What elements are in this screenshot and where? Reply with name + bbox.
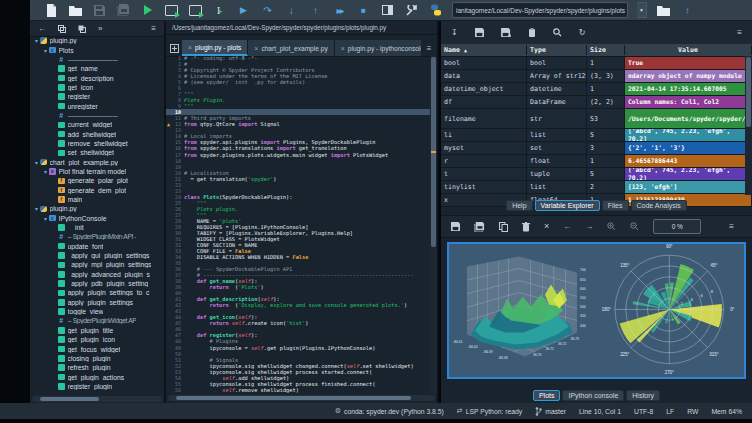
outline-item[interactable]: get_name: [30, 64, 164, 73]
tools-button[interactable]: [404, 3, 419, 18]
remove-all-plots-button[interactable]: ×: [544, 222, 549, 231]
run-cell-advance-button[interactable]: [188, 3, 203, 18]
search-button[interactable]: [553, 28, 562, 37]
editor-vscrollbar[interactable]: [430, 55, 437, 394]
outline-item[interactable]: ▾plugin.py: [30, 36, 164, 45]
outline-item[interactable]: get_focus_widget: [30, 344, 164, 353]
outline-item[interactable]: ▾xPlot final terrain model: [30, 167, 164, 176]
step-into-button[interactable]: ↓: [284, 3, 299, 18]
table-row[interactable]: ttuple5('abcd', 745, 2.23, 'efgh', 70.2): [441, 168, 752, 181]
outline-item[interactable]: update_font: [30, 242, 164, 251]
pane-tab[interactable]: Help: [506, 200, 532, 211]
pane-tab[interactable]: IPython console: [562, 390, 624, 401]
browse-directory-button[interactable]: [656, 3, 671, 18]
browse-tabs-button[interactable]: [166, 41, 182, 56]
outline-item[interactable]: apply_plugin_settings_to_c: [30, 288, 164, 297]
outline-item[interactable]: get_plugin_icon: [30, 335, 164, 344]
import-data-button[interactable]: ↧: [451, 29, 458, 37]
table-row[interactable]: dfDataFrame(2, 2)Column names: Col1, Col…: [441, 96, 752, 109]
outline-item[interactable]: apply_plugin_settings: [30, 298, 164, 307]
outline-item[interactable]: _apply_advanced_plugin_s: [30, 270, 164, 279]
chevron-down-icon[interactable]: ▾: [42, 168, 49, 175]
debug-button[interactable]: ▶: [236, 3, 251, 18]
outline-item[interactable]: fgenerate_polar_plot: [30, 176, 164, 185]
outline-item[interactable]: register: [30, 92, 164, 101]
copy-plot-button[interactable]: [499, 222, 508, 232]
working-directory-combo[interactable]: ianitagomez/Local/Dev-Spyder/spyder/spyd…: [452, 2, 628, 18]
outline-item[interactable]: ▾chart_plot_example.py: [30, 157, 164, 166]
new-file-button[interactable]: [44, 3, 59, 18]
outline-item[interactable]: unregister: [30, 101, 164, 110]
outline-item[interactable]: get_plugin_title: [30, 326, 164, 335]
outline-item[interactable]: refresh_plugin: [30, 363, 164, 372]
variable-explorer-options-button[interactable]: ≡: [737, 29, 742, 37]
save-button[interactable]: [92, 3, 107, 18]
save-all-button[interactable]: [116, 3, 131, 18]
code-area[interactable]: 1# -*- coding: utf-8 -*-2#3# Copyright ©…: [166, 55, 430, 394]
table-row[interactable]: boolbool1True: [441, 57, 752, 70]
table-vscrollbar[interactable]: [745, 56, 752, 195]
close-tab-icon[interactable]: ×: [254, 45, 258, 52]
parent-directory-button[interactable]: ↑: [680, 3, 695, 18]
pane-tab[interactable]: Plots: [533, 390, 561, 401]
close-tab-icon[interactable]: ×: [341, 45, 345, 52]
table-row[interactable]: rfloat16.46567886443: [441, 155, 752, 168]
outline-item[interactable]: #---------------------------: [30, 111, 164, 120]
run-button[interactable]: [140, 3, 155, 18]
outline-item[interactable]: current_widget: [30, 120, 164, 129]
save-all-plots-button[interactable]: [474, 222, 485, 232]
step-out-button[interactable]: ↑: [308, 3, 323, 18]
outline-item[interactable]: toggle_view: [30, 307, 164, 316]
outline-item[interactable]: register_plugin: [30, 382, 164, 391]
outline-hscrollbar[interactable]: [32, 396, 162, 402]
chevron-down-icon[interactable]: ▾: [42, 47, 49, 54]
run-cell-button[interactable]: [164, 3, 179, 18]
outline-item[interactable]: _apply_gui_plugin_settings: [30, 251, 164, 260]
zoom-in-button[interactable]: [607, 222, 616, 231]
pane-tab[interactable]: History: [626, 390, 660, 401]
outline-item[interactable]: get_description: [30, 73, 164, 82]
next-plot-button[interactable]: →: [585, 223, 593, 231]
table-header[interactable]: Name ▲ Type Size Value: [441, 44, 752, 57]
maximize-pane-button[interactable]: [380, 3, 395, 18]
outline-item[interactable]: __init__: [30, 223, 164, 232]
outline-hscrollbar-thumb[interactable]: [40, 397, 99, 401]
table-vscrollbar-thumb[interactable]: [746, 57, 751, 127]
table-row[interactable]: datetime_objectdatetime12021-04-14 17:35…: [441, 83, 752, 96]
reset-namespace-button[interactable]: [528, 28, 536, 38]
outline-options-button[interactable]: ≡: [151, 25, 156, 33]
pane-tab[interactable]: Files: [602, 200, 629, 211]
zoom-out-button[interactable]: [630, 222, 639, 231]
editor-options-button[interactable]: ≡: [421, 41, 437, 56]
outline-item[interactable]: get_icon: [30, 83, 164, 92]
close-tab-icon[interactable]: ×: [188, 44, 192, 51]
stop-button[interactable]: ■: [356, 3, 371, 18]
pane-tab[interactable]: Variable Explorer: [535, 200, 600, 211]
figure-thumbnail-selected[interactable]: -84.41-84.40-84.39-84.3836.7036.7136.723…: [447, 242, 746, 379]
outline-item[interactable]: remove_shellwidget: [30, 139, 164, 148]
save-data-button[interactable]: [475, 28, 484, 37]
outline-item[interactable]: fmain: [30, 195, 164, 204]
table-row[interactable]: mysetset3{'2', '1', '3'}: [441, 142, 752, 155]
table-row[interactable]: dataArray of str128(3, 3)ndarray object …: [441, 70, 752, 83]
open-file-button[interactable]: [68, 3, 83, 18]
outline-item[interactable]: set_shellwidget: [30, 148, 164, 157]
editor-hscrollbar[interactable]: [168, 395, 435, 401]
continue-button[interactable]: ▸▸: [332, 3, 347, 18]
editor-tab[interactable]: ×chart_plot_example.py: [248, 40, 334, 56]
pane-tab[interactable]: Code Analysis: [631, 200, 687, 211]
go-to-cursor-button[interactable]: ←: [38, 25, 46, 33]
editor-tab[interactable]: ×plugin.py - plots: [182, 40, 248, 56]
outline-item[interactable]: ▾cIPythonConsole: [30, 214, 164, 223]
outline-item[interactable]: get_plugin_actions: [30, 372, 164, 381]
expand-all-button[interactable]: [78, 25, 86, 33]
outline-item[interactable]: #-- SpyderPluginWidget AP: [30, 316, 164, 325]
collapse-all-button[interactable]: [58, 25, 66, 33]
outline-item[interactable]: _apply_pdb_plugin_setting: [30, 279, 164, 288]
chevron-down-icon[interactable]: ▾: [33, 37, 40, 44]
table-row[interactable]: filenamestr53/Users/Documents/spyder/spy…: [441, 109, 752, 129]
plots-options-button[interactable]: ≡: [729, 223, 734, 231]
remove-plot-button[interactable]: [522, 222, 530, 232]
code-line[interactable]: 56 self.remove_shellwidget): [166, 387, 430, 393]
outline-item[interactable]: closing_plugin: [30, 354, 164, 363]
